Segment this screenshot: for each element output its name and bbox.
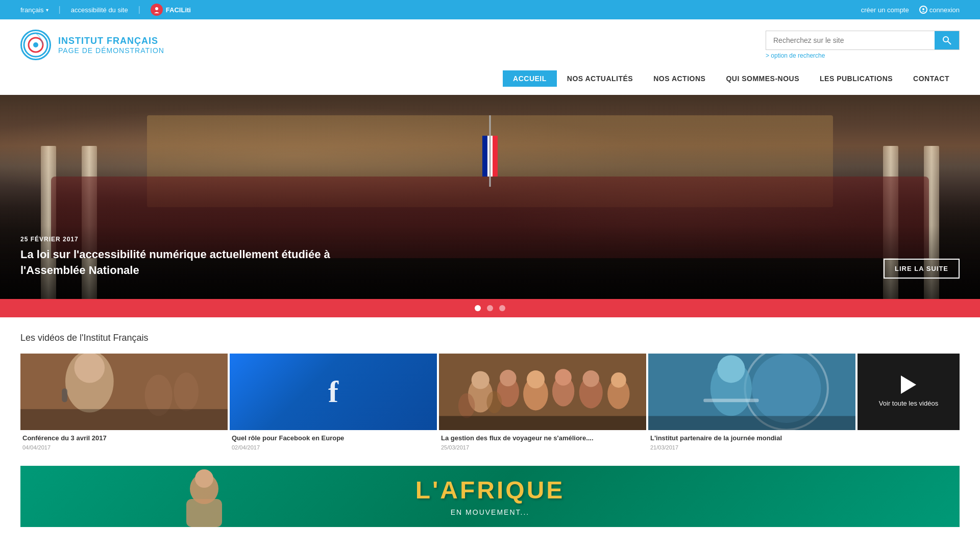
- svg-point-5: [943, 37, 948, 42]
- hero-read-more-button[interactable]: LIRE LA SUITE: [884, 259, 960, 279]
- nav-item-qui[interactable]: QUI SOMMES-NOUS: [716, 70, 810, 87]
- video-card-2[interactable]: f Quel rôle pour Facebook en Europe 02/0…: [230, 354, 437, 450]
- video-info-1: Conférence du 3 avril 2017 04/04/2017: [20, 430, 228, 450]
- svg-point-26: [611, 372, 626, 388]
- top-bar-right: créer un compte connexion: [861, 6, 960, 14]
- hero-title: La loi sur l'accessibilité numérique act…: [20, 247, 378, 279]
- faciliti-logo: [151, 4, 163, 16]
- svg-point-12: [174, 372, 199, 411]
- svg-point-24: [582, 370, 599, 387]
- svg-point-20: [527, 370, 545, 388]
- svg-rect-10: [62, 388, 67, 402]
- logo-icon: [20, 30, 51, 60]
- person-silhouette: [20, 354, 228, 430]
- accessibility-link[interactable]: accessibilité du site: [71, 6, 128, 14]
- slider-dot-2[interactable]: [487, 305, 493, 311]
- logo-text: INSTITUT FRANÇAIS PAGE DE DÉMONSTRATION: [58, 36, 164, 55]
- video-title-1: Conférence du 3 avril 2017: [22, 434, 226, 443]
- video-thumb-3: [439, 354, 646, 430]
- see-all-videos-card[interactable]: Voir toute les vidéos: [857, 354, 960, 430]
- thumb-bg-3: [439, 354, 646, 430]
- svg-point-28: [486, 391, 502, 413]
- logo-area[interactable]: INSTITUT FRANÇAIS PAGE DE DÉMONSTRATION: [20, 30, 164, 60]
- lab-image: [648, 354, 855, 430]
- svg-rect-35: [703, 399, 758, 403]
- slider-dot-1[interactable]: [475, 305, 481, 311]
- search-option-link[interactable]: option de recherche: [766, 52, 825, 59]
- logo-title: INSTITUT FRANÇAIS: [58, 36, 164, 46]
- africa-banner[interactable]: L'AFRIQUE EN MOUVEMENT...: [20, 466, 960, 527]
- hero-caption: 25 FÉVRIER 2017 La loi sur l'accessibili…: [0, 226, 980, 299]
- hero-slider: 25 FÉVRIER 2017 La loi sur l'accessibili…: [0, 95, 980, 299]
- nav-item-contact[interactable]: CONTACT: [903, 70, 960, 87]
- videos-section-title: Les vidéos de l'Institut Français: [20, 333, 960, 343]
- search-button[interactable]: [935, 31, 959, 49]
- faciliti-badge[interactable]: FACILiti: [151, 4, 191, 16]
- person-figure: [174, 468, 235, 527]
- login-link[interactable]: connexion: [919, 6, 960, 14]
- svg-rect-39: [186, 499, 222, 527]
- svg-line-6: [948, 41, 951, 44]
- facebook-logo: f: [328, 374, 338, 410]
- language-label: français: [20, 6, 44, 14]
- hero-date: 25 FÉVRIER 2017: [20, 236, 960, 243]
- svg-point-0: [155, 7, 158, 10]
- video-title-3: La gestion des flux de voyageur ne s'amé…: [441, 434, 644, 443]
- svg-point-9: [75, 354, 105, 383]
- nav-item-publications[interactable]: LES PUBLICATIONS: [810, 70, 903, 87]
- video-date-4: 21/03/2017: [650, 444, 853, 450]
- see-all-label: Voir toute les vidéos: [879, 399, 938, 408]
- language-selector[interactable]: français ▾: [20, 6, 48, 14]
- svg-rect-13: [20, 409, 228, 430]
- nav-item-actions[interactable]: NOS ACTIONS: [643, 70, 716, 87]
- logo-subtitle: PAGE DE DÉMONSTRATION: [58, 46, 164, 55]
- play-icon: [901, 375, 916, 394]
- nav-item-accueil[interactable]: ACCUEIL: [503, 70, 557, 87]
- nav-bar: ACCUEIL NOS ACTUALITÉS NOS ACTIONS QUI S…: [0, 70, 980, 95]
- hero-image: 25 FÉVRIER 2017 La loi sur l'accessibili…: [0, 95, 980, 299]
- search-box: [766, 31, 960, 50]
- flag-blue: [482, 136, 487, 177]
- svg-point-32: [752, 354, 821, 423]
- video-date-1: 04/04/2017: [22, 444, 226, 450]
- svg-point-22: [555, 369, 571, 385]
- video-info-3: La gestion des flux de voyageur ne s'amé…: [439, 430, 646, 450]
- africa-title: L'AFRIQUE: [415, 476, 565, 504]
- flag-red: [493, 136, 498, 177]
- svg-rect-36: [648, 416, 855, 430]
- nav-item-actualites[interactable]: NOS ACTUALITÉS: [557, 70, 643, 87]
- video-thumb-4: [648, 354, 855, 430]
- svg-point-27: [458, 393, 475, 418]
- thumb-bg-4: [648, 354, 855, 430]
- top-bar-left: français ▾ | accessibilité du site | FAC…: [20, 4, 191, 16]
- slider-dots: [0, 299, 980, 317]
- videos-section: Les vidéos de l'Institut Français: [0, 317, 980, 461]
- africa-person: [174, 468, 235, 527]
- chevron-down-icon: ▾: [46, 7, 48, 13]
- search-input[interactable]: [766, 31, 935, 49]
- video-card-3[interactable]: La gestion des flux de voyageur ne s'amé…: [439, 354, 646, 450]
- svg-point-4: [33, 42, 38, 47]
- video-card-1[interactable]: Conférence du 3 avril 2017 04/04/2017: [20, 354, 228, 450]
- slider-dot-3[interactable]: [499, 305, 505, 311]
- video-thumb-2: f: [230, 354, 437, 430]
- videos-grid: Conférence du 3 avril 2017 04/04/2017 f …: [20, 354, 960, 450]
- svg-point-18: [500, 370, 516, 386]
- video-card-4[interactable]: L'institut partenaire de la journée mond…: [648, 354, 855, 450]
- search-icon: [942, 36, 951, 45]
- video-title-4: L'institut partenaire de la journée mond…: [650, 434, 853, 443]
- svg-rect-29: [439, 416, 646, 430]
- video-thumb-1: [20, 354, 228, 430]
- africa-content: L'AFRIQUE EN MOUVEMENT...: [415, 476, 565, 516]
- separator: |: [59, 5, 61, 14]
- video-date-3: 25/03/2017: [441, 444, 644, 450]
- video-date-2: 02/04/2017: [232, 444, 435, 450]
- create-account-link[interactable]: créer un compte: [861, 6, 909, 14]
- header: INSTITUT FRANÇAIS PAGE DE DÉMONSTRATION …: [0, 19, 980, 70]
- login-label: connexion: [929, 6, 960, 14]
- svg-point-1: [922, 8, 924, 10]
- thumb-bg-1: [20, 354, 228, 430]
- africa-subtitle: EN MOUVEMENT...: [451, 508, 529, 516]
- faciliti-label: FACILiti: [166, 6, 191, 14]
- separator2: |: [138, 5, 140, 14]
